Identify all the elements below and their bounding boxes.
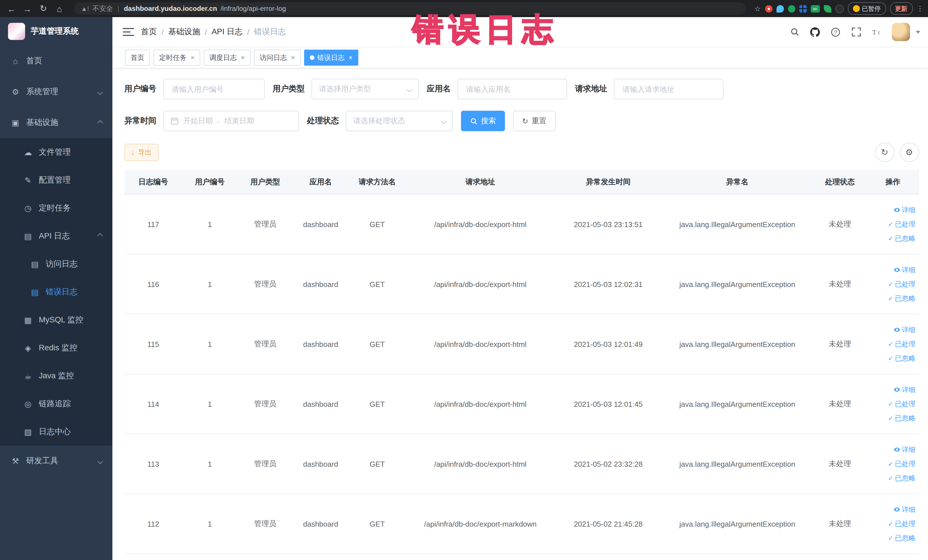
detail-link[interactable]: 详细 <box>869 203 916 217</box>
sidebar-toggle-icon[interactable] <box>123 28 134 36</box>
user-id-input[interactable] <box>171 84 257 94</box>
page-content: 用户编号 用户类型 请选择用户类型 应用名 <box>112 69 928 560</box>
extension-icon-drop[interactable] <box>776 5 784 12</box>
col-header-method: 请求方法名 <box>348 170 406 194</box>
search-button[interactable]: 搜索 <box>461 111 505 131</box>
mark-ignored-link[interactable]: ✓已忽略 <box>869 291 916 305</box>
tab-home[interactable]: 首页 <box>125 50 150 66</box>
export-button[interactable]: ↓ 导出 <box>124 144 159 161</box>
fullscreen-icon[interactable] <box>850 26 862 38</box>
profile-paused-chip[interactable]: 已暂停 <box>847 2 886 15</box>
extension-icon-grid[interactable] <box>799 5 806 12</box>
app-name-input[interactable] <box>465 84 560 94</box>
extension-icon-red[interactable] <box>765 5 772 12</box>
mark-processed-link[interactable]: ✓已处理 <box>869 277 916 291</box>
update-button[interactable]: 更新 <box>890 2 913 15</box>
browser-menu-icon[interactable]: ⋮ <box>917 5 923 12</box>
close-icon[interactable]: × <box>349 53 353 62</box>
reload-button[interactable]: ↻ <box>37 2 50 15</box>
extensions-puzzle-icon[interactable] <box>835 4 844 13</box>
extension-icon-leaf[interactable] <box>824 5 831 12</box>
tab-schedule-log[interactable]: 调度日志× <box>204 50 250 66</box>
sidebar-item-error-log[interactable]: ▤ 错误日志 <box>0 278 112 306</box>
sidebar-item-log-center[interactable]: ▧ 日志中心 <box>0 418 112 446</box>
sidebar-item-java-monitor[interactable]: ☕ Java 监控 <box>0 362 112 390</box>
refresh-circle-button[interactable]: ↻ <box>875 143 894 162</box>
sidebar-item-dev-tools[interactable]: ⚒ 研发工具 <box>0 446 112 476</box>
breadcrumb: 首页 / 基础设施 / API 日志 / 错误日志 <box>141 27 286 37</box>
sidebar-item-system-management[interactable]: ⚙ 系统管理 <box>0 76 112 107</box>
close-icon[interactable]: × <box>291 53 295 62</box>
user-type-label: 用户类型 <box>273 84 305 94</box>
bookmark-star-icon[interactable]: ☆ <box>754 4 761 13</box>
detail-link[interactable]: 详细 <box>869 502 916 517</box>
check-icon: ✓ <box>888 231 893 246</box>
detail-link[interactable]: 详细 <box>869 383 916 397</box>
font-size-icon[interactable]: TT <box>871 26 882 38</box>
mark-processed-link[interactable]: ✓已处理 <box>869 217 916 231</box>
breadcrumb-api-logs[interactable]: API 日志 <box>212 27 243 37</box>
mark-processed-link[interactable]: ✓已处理 <box>869 457 916 471</box>
extension-icon-on[interactable]: on <box>810 5 820 12</box>
extension-icon-green[interactable] <box>788 5 795 12</box>
mark-ignored-link[interactable]: ✓已忽略 <box>869 351 916 365</box>
app-logo[interactable]: 芋道管理系统 <box>0 17 112 46</box>
exception-time-range-picker[interactable]: 开始日期 - 结束日期 <box>163 111 299 131</box>
mark-ignored-link[interactable]: ✓已忽略 <box>869 411 916 425</box>
mark-ignored-link[interactable]: ✓已忽略 <box>869 471 916 485</box>
mark-processed-link[interactable]: ✓已处理 <box>869 337 916 351</box>
detail-link[interactable]: 详细 <box>869 263 916 277</box>
column-settings-button[interactable]: ⚙ <box>899 143 919 162</box>
sidebar-item-api-logs[interactable]: ▤ API 日志 <box>0 222 112 250</box>
close-icon[interactable]: × <box>191 53 195 62</box>
status-badge: 未处理 <box>813 374 867 434</box>
detail-link[interactable]: 详细 <box>869 443 916 457</box>
chevron-down-icon <box>97 458 103 464</box>
error-log-table: 日志编号 用户编号 用户类型 应用名 请求方法名 请求地址 异常发生时间 异常名… <box>124 170 919 554</box>
status-badge: 未处理 <box>813 494 867 554</box>
chevron-down-icon <box>97 89 103 95</box>
active-dot <box>310 55 314 60</box>
logo-image <box>8 23 25 40</box>
search-icon[interactable] <box>789 26 800 38</box>
table-row: 114 1 管理员 dashboard GET /api/infra/db-do… <box>124 374 919 434</box>
help-icon[interactable]: ? <box>830 26 841 38</box>
mark-ignored-link[interactable]: ✓已忽略 <box>869 231 916 246</box>
forward-button[interactable]: → <box>21 2 34 15</box>
address-bar[interactable]: ▲! 不安全 | dashboard.yudao.iocoder.cn/infr… <box>74 2 746 15</box>
process-status-select[interactable]: 请选择处理状态 <box>346 111 453 131</box>
sidebar-item-tracing[interactable]: ◎ 链路追踪 <box>0 390 112 418</box>
back-button[interactable]: ← <box>5 2 18 15</box>
mark-processed-link[interactable]: ✓已处理 <box>869 397 916 411</box>
tab-access-log[interactable]: 访问日志× <box>254 50 301 66</box>
sidebar-item-mysql-monitor[interactable]: ▦ MySQL 监控 <box>0 306 112 334</box>
eye-icon <box>893 327 900 333</box>
github-icon[interactable] <box>809 26 821 38</box>
sidebar-item-scheduled-tasks[interactable]: ◷ 定时任务 <box>0 194 112 222</box>
sidebar-item-redis-monitor[interactable]: ◈ Redis 监控 <box>0 334 112 362</box>
sidebar-item-access-log[interactable]: ▤ 访问日志 <box>0 250 112 278</box>
home-button[interactable]: ⌂ <box>52 2 66 15</box>
sidebar-item-config-management[interactable]: ✎ 配置管理 <box>0 166 112 194</box>
user-id-input-wrap <box>163 79 265 99</box>
reset-button[interactable]: ↻ 重置 <box>513 111 556 131</box>
svg-text:T: T <box>872 29 876 36</box>
request-url-input[interactable] <box>621 84 716 94</box>
tab-scheduled-tasks[interactable]: 定时任务× <box>154 50 200 66</box>
mark-processed-link[interactable]: ✓已处理 <box>869 517 916 531</box>
detail-link[interactable]: 详细 <box>869 323 916 337</box>
breadcrumb-infrastructure[interactable]: 基础设施 <box>168 27 200 37</box>
close-icon[interactable]: × <box>241 53 245 62</box>
user-type-select[interactable]: 请选择用户类型 <box>311 79 419 99</box>
check-icon: ✓ <box>888 291 893 305</box>
sidebar-item-infrastructure[interactable]: ▣ 基础设施 <box>0 107 112 138</box>
sidebar-item-home[interactable]: ⌂ 首页 <box>0 46 112 76</box>
avatar-caret-icon[interactable] <box>916 31 920 34</box>
breadcrumb-home[interactable]: 首页 <box>141 27 157 37</box>
user-avatar[interactable] <box>891 23 910 41</box>
gear-icon: ⚙ <box>10 87 21 96</box>
chevron-up-icon <box>97 120 103 125</box>
tab-error-log[interactable]: 错误日志× <box>304 50 358 66</box>
sidebar-item-file-management[interactable]: ☁ 文件管理 <box>0 138 112 166</box>
mark-ignored-link[interactable]: ✓已忽略 <box>869 531 916 545</box>
